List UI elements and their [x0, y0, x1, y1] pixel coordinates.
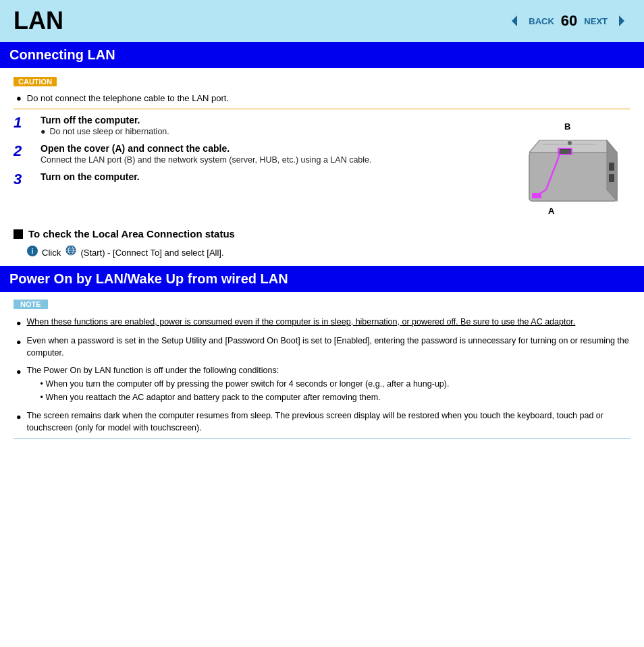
check-title: To check the Local Area Connection statu… [14, 228, 630, 240]
step-2-title: Open the cover (A) and connect the cable… [41, 143, 509, 154]
svg-marker-3 [529, 140, 617, 152]
black-square-icon [14, 229, 23, 239]
check-item-text: Click (Start) - [Connect To] and select … [42, 245, 224, 258]
step-3-content: Turn on the computer. [41, 171, 509, 184]
step-1-desc: ● Do not use sleep or hibernation. [41, 127, 509, 136]
steps-list: 1 Turn off the computer. ● Do not use sl… [14, 115, 509, 216]
step-2-content: Open the cover (A) and connect the cable… [41, 143, 509, 165]
caution-label: CAUTION [14, 77, 57, 86]
note-block: NOTE ● When these functions are enabled,… [14, 299, 630, 439]
step-2: 2 Open the cover (A) and connect the cab… [14, 143, 509, 165]
svg-point-11 [568, 141, 572, 145]
note-sub-1: • When you turn the computer off by pres… [27, 377, 450, 391]
note-item-2: ● Even when a password is set in the Set… [14, 333, 630, 363]
bullet-icon: ● [16, 366, 22, 378]
step-2-number: 2 [14, 143, 41, 159]
note-3-content: The Power On by LAN function is off unde… [27, 364, 450, 403]
svg-rect-2 [529, 152, 617, 201]
note-item-3: ● The Power On by LAN function is off un… [14, 363, 630, 407]
bullet-icon: ● [16, 411, 22, 423]
page-header: LAN BACK 60 NEXT [0, 0, 644, 42]
power-lan-content: NOTE ● When these functions are enabled,… [0, 299, 644, 439]
connecting-lan-content: CAUTION ● Do not connect the telephone c… [0, 76, 644, 258]
svg-rect-12 [609, 163, 614, 171]
svg-rect-5 [560, 149, 572, 154]
laptop-svg [522, 132, 622, 213]
power-lan-header: Power On by LAN/Wake Up from wired LAN [0, 266, 644, 292]
note-sub-2: • When you reattach the AC adaptor and b… [27, 391, 450, 404]
info-icon: i [27, 246, 38, 256]
svg-rect-13 [609, 174, 614, 182]
step-3-title: Turn on the computer. [41, 171, 509, 182]
svg-marker-0 [512, 16, 517, 26]
back-button[interactable] [506, 11, 525, 30]
next-button[interactable] [612, 11, 630, 30]
laptop-diagram-container: B [509, 121, 624, 216]
note-item-1: ● When these functions are enabled, powe… [14, 314, 630, 333]
navigation: BACK 60 NEXT [506, 11, 630, 30]
step-3-number: 3 [14, 171, 41, 188]
step-1-content: Turn off the computer. ● Do not use slee… [41, 115, 509, 136]
note-text-2: Even when a password is set in the Setup… [27, 335, 630, 359]
step-1: 1 Turn off the computer. ● Do not use sl… [14, 115, 509, 136]
back-label: BACK [529, 16, 554, 26]
page-number: 60 [561, 12, 577, 30]
note-text-1: When these functions are enabled, power … [27, 316, 576, 328]
page-title: LAN [14, 7, 63, 35]
note-label: NOTE [14, 300, 48, 309]
svg-marker-1 [619, 16, 624, 26]
bullet-icon: ● [16, 336, 22, 348]
diagram-label-b: B [564, 121, 570, 132]
step-3: 3 Turn on the computer. [14, 171, 509, 188]
bullet-icon: ● [16, 93, 22, 103]
globe-icon [65, 245, 76, 256]
bullet-icon: ● [16, 317, 22, 329]
note-text-4: The screen remains dark when the compute… [27, 410, 630, 434]
step-1-number: 1 [14, 115, 41, 131]
caution-text: Do not connect the telephone cable to th… [27, 93, 229, 103]
lan-diagram: B [509, 115, 630, 216]
note-item-4: ● The screen remains dark when the compu… [14, 408, 630, 438]
diagram-label-a: A [548, 206, 554, 216]
caution-block: CAUTION ● Do not connect the telephone c… [14, 76, 630, 109]
connecting-lan-header: Connecting LAN [0, 42, 644, 68]
caution-item: ● Do not connect the telephone cable to … [14, 90, 630, 109]
sub-bullet-icon: ● [41, 127, 46, 136]
step-2-desc: Connect the LAN port (B) and the network… [41, 155, 509, 165]
next-label: NEXT [584, 16, 608, 26]
steps-container: 1 Turn off the computer. ● Do not use sl… [14, 115, 630, 216]
step-1-title: Turn off the computer. [41, 115, 509, 125]
svg-rect-9 [532, 193, 541, 198]
check-item: i Click (Start) - [Connect To] and selec… [14, 245, 630, 258]
check-section: To check the Local Area Connection statu… [14, 228, 630, 258]
note-text-3: The Power On by LAN function is off unde… [27, 366, 279, 375]
